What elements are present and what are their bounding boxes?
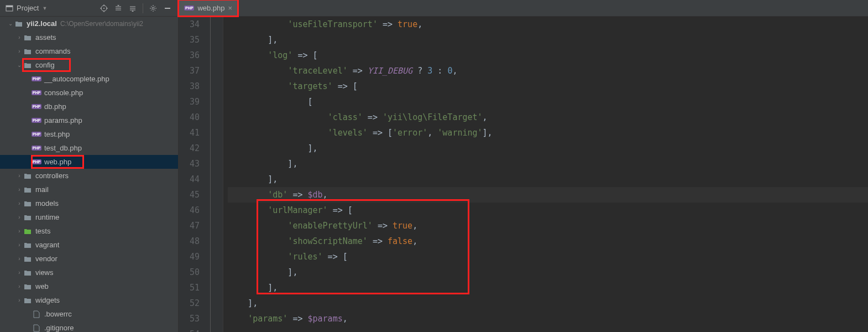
gear-icon[interactable]	[147, 2, 160, 15]
tree-item-params-php[interactable]: PHPparams.php	[0, 113, 178, 127]
code-line[interactable]: ],	[228, 295, 868, 311]
tree-arrow[interactable]: ›	[15, 200, 23, 206]
tree-item-label: .bowerrc	[44, 310, 72, 318]
editor-tab-web-php[interactable]: PHP web.php ×	[179, 0, 238, 16]
tree-item-widgets[interactable]: ›widgets	[0, 293, 178, 307]
tree-item-label: web.php	[44, 158, 71, 166]
tree-item-label: __autocomplete.php	[44, 75, 109, 83]
tree-arrow[interactable]: ›	[15, 34, 23, 40]
code-line[interactable]: 'showScriptName' => false,	[228, 234, 868, 249]
file-icon	[32, 324, 41, 332]
tree-item-vendor[interactable]: ›vendor	[0, 252, 178, 266]
tree-item-label: test.php	[44, 130, 70, 138]
code-line[interactable]: ],	[228, 264, 868, 280]
code-line[interactable]: 'urlManager' => [	[228, 203, 868, 218]
file-icon	[32, 310, 41, 318]
tree-item-label: assets	[35, 33, 56, 42]
tree-arrow[interactable]: ›	[15, 48, 23, 54]
collapse-all-icon[interactable]	[126, 2, 139, 15]
tree-item-test_db-php[interactable]: PHPtest_db.php	[0, 141, 178, 155]
code-line[interactable]: 'db' => $db,	[228, 187, 868, 203]
code-line[interactable]: ],	[228, 141, 868, 156]
tree-item-label: controllers	[35, 172, 69, 180]
tree-arrow[interactable]: ›	[15, 173, 23, 179]
folder-icon	[23, 283, 32, 290]
code-line[interactable]: 'enablePrettyUrl' => true,	[228, 218, 868, 234]
editor-tab-bar: PHP web.php ×	[179, 0, 868, 17]
tree-item-db-php[interactable]: PHPdb.php	[0, 100, 178, 113]
tree-item-config[interactable]: ⌄config	[0, 58, 178, 72]
tree-item-models[interactable]: ›models	[0, 196, 178, 210]
tree-item-tests[interactable]: ›tests	[0, 224, 178, 238]
close-icon[interactable]: ×	[228, 4, 233, 12]
tree-arrow[interactable]: ›	[15, 186, 23, 193]
folder-icon	[23, 62, 32, 69]
tree-root-label: yii2.local	[27, 19, 57, 28]
tree-item-mail[interactable]: ›mail	[0, 183, 178, 196]
project-tree[interactable]: ⌄ yii2.local C:\OpenServer\domains\yii2 …	[0, 17, 179, 332]
folder-icon	[23, 186, 32, 193]
tree-item-commands[interactable]: ›commands	[0, 44, 178, 58]
expand-all-icon[interactable]	[112, 2, 125, 15]
svg-point-16	[152, 7, 154, 9]
tree-item-assets[interactable]: ›assets	[0, 30, 178, 44]
code-line[interactable]: 'params' => $params,	[228, 311, 868, 326]
code-line[interactable]: 'log' => [	[228, 48, 868, 63]
code-line[interactable]: 'class' => 'yii\log\FileTarget',	[228, 110, 868, 125]
php-file-icon: PHP	[32, 146, 41, 151]
tree-arrow[interactable]: ›	[15, 214, 23, 220]
folder-icon	[23, 34, 32, 41]
tree-arrow[interactable]: ⌄	[15, 62, 23, 68]
tree-item--gitignore[interactable]: .gitignore	[0, 321, 178, 332]
tree-item-label: widgets	[35, 296, 60, 304]
folder-icon	[23, 214, 32, 221]
code-line[interactable]: ],	[228, 172, 868, 187]
tree-item--bowerrc[interactable]: .bowerrc	[0, 307, 178, 321]
php-file-icon: PHP	[184, 6, 194, 11]
php-file-icon: PHP	[32, 159, 41, 164]
tree-item-web[interactable]: ›web	[0, 279, 178, 293]
code-line[interactable]: ],	[228, 280, 868, 295]
code-line[interactable]: 'rules' => [	[228, 249, 868, 264]
locate-icon[interactable]	[97, 2, 111, 15]
code-line[interactable]	[228, 326, 868, 332]
tree-item-runtime[interactable]: ›runtime	[0, 210, 178, 224]
gutter-fold-marks[interactable]	[206, 17, 223, 332]
tree-root[interactable]: ⌄ yii2.local C:\OpenServer\domains\yii2	[0, 17, 178, 30]
tree-item-vagrant[interactable]: ›vagrant	[0, 238, 178, 252]
project-dropdown[interactable]: Project ▼	[0, 4, 53, 12]
tree-item-console-php[interactable]: PHPconsole.php	[0, 86, 178, 100]
code-line[interactable]: 'useFileTransport' => true,	[228, 17, 868, 32]
code-line[interactable]: 'targets' => [	[228, 79, 868, 94]
code-area[interactable]: 'useFileTransport' => true, ], 'log' => …	[223, 17, 868, 332]
code-line[interactable]: ],	[228, 156, 868, 172]
tree-item-label: commands	[35, 47, 71, 55]
tree-arrow[interactable]: ›	[15, 297, 23, 303]
tree-arrow[interactable]: ›	[15, 269, 23, 276]
tree-item-label: db.php	[44, 102, 66, 111]
minimize-icon[interactable]	[161, 2, 174, 15]
project-label: Project	[17, 4, 39, 12]
tree-item-__autocomplete-php[interactable]: PHP__autocomplete.php	[0, 72, 178, 86]
tree-item-label: models	[35, 199, 59, 208]
chevron-down-icon[interactable]: ⌄	[7, 20, 14, 27]
code-line[interactable]: [	[228, 94, 868, 110]
code-line[interactable]: ],	[228, 32, 868, 48]
tree-arrow[interactable]: ›	[15, 283, 23, 289]
tree-arrow[interactable]: ›	[15, 242, 23, 248]
tree-item-test-php[interactable]: PHPtest.php	[0, 127, 178, 141]
tree-item-label: console.php	[44, 89, 83, 97]
code-line[interactable]: 'traceLevel' => YII_DEBUG ? 3 : 0,	[228, 63, 868, 79]
folder-icon	[23, 173, 32, 179]
svg-rect-1	[6, 6, 13, 7]
tree-item-views[interactable]: ›views	[0, 266, 178, 279]
tree-item-controllers[interactable]: ›controllers	[0, 169, 178, 183]
tree-item-web-php[interactable]: PHPweb.php	[0, 155, 178, 169]
tree-arrow[interactable]: ›	[15, 256, 23, 262]
tree-item-label: config	[35, 61, 55, 69]
code-line[interactable]: 'levels' => ['error', 'warning'],	[228, 125, 868, 141]
tree-item-label: web	[35, 282, 49, 290]
project-tool-window-header: Project ▼	[0, 0, 179, 17]
php-file-icon: PHP	[32, 118, 41, 123]
tree-arrow[interactable]: ›	[15, 228, 23, 234]
